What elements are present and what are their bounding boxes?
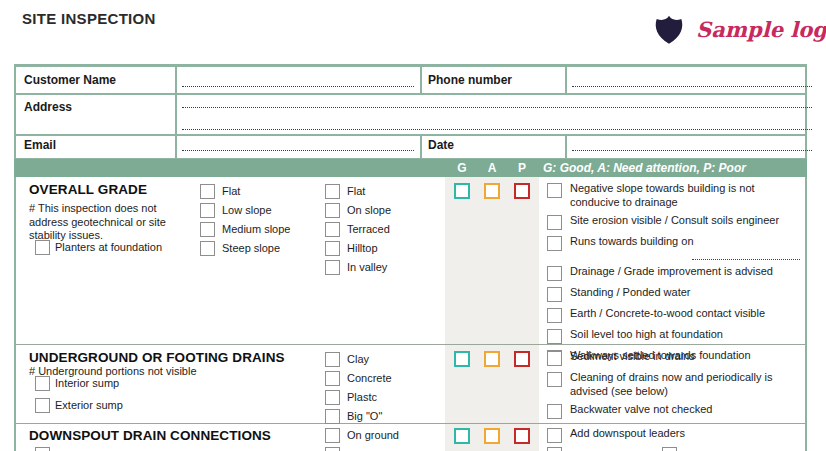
contact-info-table: Customer Name Phone number Address Email…: [14, 64, 807, 160]
divider: [420, 136, 422, 158]
checkbox[interactable]: [325, 184, 340, 199]
company-logo: Sample logo: [650, 12, 826, 46]
checkbox[interactable]: [325, 409, 340, 424]
section-title: OVERALL GRADE: [29, 182, 147, 197]
fill-in-input[interactable]: [692, 249, 800, 260]
checkbox[interactable]: [325, 390, 340, 405]
checkbox[interactable]: [547, 266, 562, 281]
grade-checkbox-poor[interactable]: [514, 428, 530, 444]
checkbox-label: Flat: [347, 185, 365, 197]
checkbox[interactable]: [325, 203, 340, 218]
finding-item: Cleaning of drains now and periodically …: [547, 371, 805, 398]
email-label: Email: [24, 138, 56, 152]
checkbox[interactable]: [200, 203, 215, 218]
checkbox[interactable]: [325, 352, 340, 367]
grade-checkbox-attention[interactable]: [484, 351, 500, 367]
section-underground-or-footing-drains: UNDERGROUND OR FOOTING DRAINS# Undergrou…: [16, 345, 805, 424]
checkbox[interactable]: [547, 351, 562, 366]
finding-item: Negative slope towards building is not c…: [547, 182, 805, 209]
finding-text: Site erosion visible / Consult soils eng…: [570, 214, 779, 226]
phone-input[interactable]: [572, 86, 812, 87]
finding-text: Standing / Ponded water: [570, 286, 690, 298]
checkbox[interactable]: [547, 215, 562, 230]
date-label: Date: [428, 138, 454, 152]
checkbox[interactable]: [200, 184, 215, 199]
customer-name-label: Customer Name: [24, 73, 116, 87]
grade-checkbox-good[interactable]: [454, 183, 470, 199]
checkbox-label: Concrete: [347, 372, 392, 384]
checkbox[interactable]: [35, 398, 50, 413]
finding-label: Drainage / Grade improvement is advised: [570, 265, 773, 281]
checkbox-label: Interior sump: [55, 377, 119, 389]
checkbox-label: On slope: [347, 204, 391, 216]
logo-text: Sample logo: [696, 17, 826, 42]
checkbox[interactable]: [547, 372, 562, 387]
checkbox[interactable]: [35, 447, 50, 451]
finding-label: Add downspout leaders: [570, 427, 685, 443]
date-input[interactable]: [572, 150, 812, 151]
finding-text: Backwater valve not checked: [570, 403, 712, 415]
divider: [16, 93, 805, 95]
finding-text: Earth / Concrete-to-wood contact visible: [570, 307, 765, 319]
section-overall-grade: OVERALL GRADE# This inspection does not …: [16, 177, 805, 345]
checkbox[interactable]: [325, 447, 340, 451]
finding-item: Earth / Concrete-to-wood contact visible: [547, 307, 805, 323]
checkbox[interactable]: [547, 447, 562, 451]
checkbox[interactable]: [200, 241, 215, 256]
checkbox[interactable]: [662, 447, 677, 451]
findings-list: Negative slope towards building is not c…: [547, 182, 805, 370]
finding-text: Cleaning of drains now and periodically …: [570, 371, 772, 397]
finding-text: Drainage / Grade improvement is advised: [570, 265, 773, 277]
checkbox[interactable]: [325, 428, 340, 443]
section-downspout-drain-connections: DOWNSPOUT DRAIN CONNECTIONSOn groundAdd …: [16, 424, 805, 451]
grade-header-band: G A P G: Good, A: Need attention, P: Poo…: [14, 159, 807, 177]
finding-label: Sediment visible in drains: [570, 350, 695, 366]
checkbox[interactable]: [547, 329, 562, 344]
grade-checkbox-good[interactable]: [454, 428, 470, 444]
checkbox-label: Flat: [222, 185, 240, 197]
phone-label: Phone number: [428, 73, 512, 87]
checkbox[interactable]: [325, 241, 340, 256]
checkbox-label: Steep slope: [222, 242, 280, 254]
address-label: Address: [24, 100, 72, 114]
grade-checkbox-poor[interactable]: [514, 351, 530, 367]
checkbox-label: Planters at foundation: [55, 241, 162, 253]
checkbox-label: In valley: [347, 261, 387, 273]
checkbox[interactable]: [325, 222, 340, 237]
address-input-line1[interactable]: [182, 107, 812, 108]
finding-text: Soil level too high at foundation: [570, 328, 723, 340]
checkbox[interactable]: [547, 236, 562, 251]
divider: [175, 67, 177, 158]
finding-label: Runs towards building on: [570, 235, 800, 260]
grade-checkbox-poor[interactable]: [514, 183, 530, 199]
checkbox-label: Low slope: [222, 204, 272, 216]
checkbox[interactable]: [35, 240, 50, 255]
findings-list: Add downspout leaders: [547, 427, 805, 448]
checkbox[interactable]: [325, 260, 340, 275]
checkbox[interactable]: [325, 371, 340, 386]
grade-checkbox-good[interactable]: [454, 351, 470, 367]
checkbox[interactable]: [547, 287, 562, 302]
finding-text: Sediment visible in drains: [570, 350, 695, 362]
finding-item: Add downspout leaders: [547, 427, 805, 443]
finding-text: Runs towards building on: [570, 235, 694, 247]
shield-icon: [650, 12, 688, 46]
grade-checkbox-attention[interactable]: [484, 183, 500, 199]
checkbox[interactable]: [35, 376, 50, 391]
grade-checkbox-attention[interactable]: [484, 428, 500, 444]
customer-name-input[interactable]: [182, 86, 414, 87]
finding-item: Soil level too high at foundation: [547, 328, 805, 344]
divider: [565, 67, 567, 93]
checkbox[interactable]: [547, 308, 562, 323]
checkbox-label: Clay: [347, 353, 369, 365]
email-input[interactable]: [182, 150, 414, 151]
checkbox[interactable]: [200, 222, 215, 237]
checkbox[interactable]: [547, 183, 562, 198]
checkbox[interactable]: [547, 428, 562, 443]
section-title: DOWNSPOUT DRAIN CONNECTIONS: [29, 428, 271, 443]
page-title: SITE INSPECTION: [22, 10, 156, 27]
address-input-line2[interactable]: [182, 129, 812, 130]
checkbox[interactable]: [547, 404, 562, 419]
checkbox-label: Big "O": [347, 410, 382, 422]
finding-label: Backwater valve not checked: [570, 403, 712, 419]
